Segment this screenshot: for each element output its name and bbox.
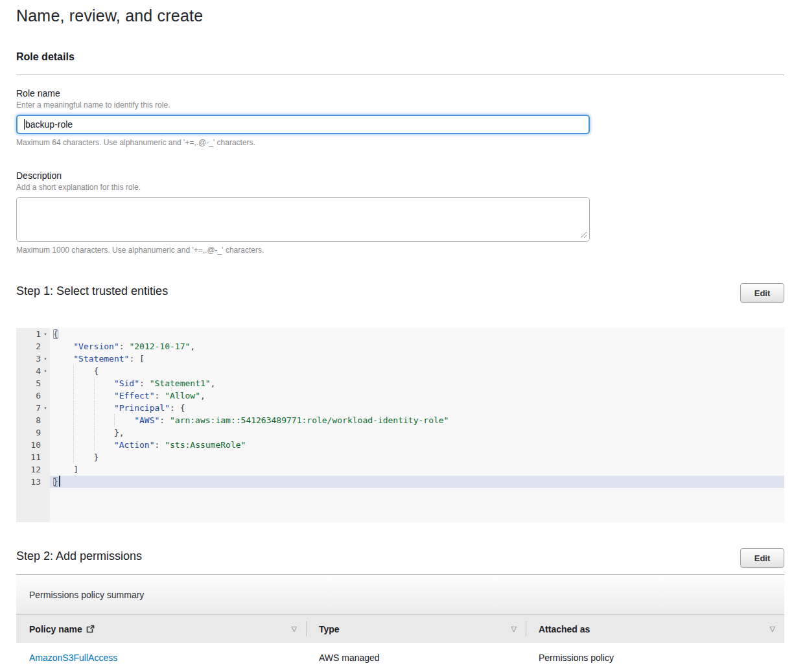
text-caret xyxy=(24,119,25,130)
fold-caret-placeholder xyxy=(41,476,50,488)
description-help: Add a short explanation for this role. xyxy=(16,183,784,192)
role-name-label: Role name xyxy=(16,88,784,98)
step1-heading: Step 1: Select trusted entities xyxy=(16,283,168,298)
step2-heading: Step 2: Add permissions xyxy=(16,548,142,563)
role-name-help: Enter a meaningful name to identify this… xyxy=(16,100,784,110)
fold-caret-placeholder xyxy=(41,377,50,389)
column-header-attached-as[interactable]: Attached as ▽ xyxy=(526,615,784,643)
code-line: 7▾"Principal": { xyxy=(16,402,784,414)
code-line: 11} xyxy=(16,451,784,463)
policy-link[interactable]: AmazonS3FullAccess xyxy=(29,653,117,663)
page-container: Name, review, and create Role details Ro… xyxy=(0,6,805,672)
policy-type-cell: AWS managed xyxy=(306,643,526,672)
code-line: 1▾{ xyxy=(16,328,784,340)
permissions-table-header-row: Policy name ▽ xyxy=(16,615,784,643)
fold-caret-icon[interactable]: ▾ xyxy=(41,353,50,365)
code-line: 3▾"Statement": [ xyxy=(16,353,784,365)
column-header-type[interactable]: Type ▽ xyxy=(306,615,526,643)
description-field-wrap xyxy=(16,197,590,242)
fold-caret-icon[interactable]: ▾ xyxy=(41,365,50,377)
role-name-value: backup-role xyxy=(25,119,73,130)
fold-caret-placeholder xyxy=(41,439,50,451)
description-hint: Maximum 1000 characters. Use alphanumeri… xyxy=(16,246,784,255)
code-line: 12] xyxy=(16,463,784,476)
step2-edit-button[interactable]: Edit xyxy=(740,548,784,568)
policy-name-header-label: Policy name xyxy=(29,624,82,634)
sort-icon: ▽ xyxy=(770,625,775,633)
code-line: 6"Effect": "Allow", xyxy=(16,389,784,402)
column-header-policy-name[interactable]: Policy name ▽ xyxy=(16,615,306,643)
fold-caret-icon[interactable]: ▾ xyxy=(41,328,50,340)
role-details-heading: Role details xyxy=(16,51,784,63)
fold-caret-placeholder xyxy=(41,463,50,476)
code-line: 2"Version": "2012-10-17", xyxy=(16,340,784,353)
fold-caret-placeholder xyxy=(41,426,50,439)
type-header-label: Type xyxy=(319,624,340,634)
description-label: Description xyxy=(16,170,784,181)
sort-icon: ▽ xyxy=(511,625,517,633)
code-line: 9}, xyxy=(16,426,784,439)
fold-caret-icon[interactable]: ▾ xyxy=(41,402,50,414)
role-name-input[interactable]: backup-role xyxy=(16,115,590,134)
policy-name-cell: AmazonS3FullAccess xyxy=(16,643,306,672)
fold-caret-placeholder xyxy=(41,340,50,353)
resize-handle-icon[interactable] xyxy=(580,231,587,238)
page-title: Name, review, and create xyxy=(16,6,784,25)
code-line: 13} xyxy=(16,476,784,488)
step1-edit-button[interactable]: Edit xyxy=(740,283,784,303)
code-line: 5"Sid": "Statement1", xyxy=(16,377,784,389)
code-editor-lines: 1▾{2"Version": "2012-10-17",3▾"Statement… xyxy=(16,328,784,488)
table-row: AmazonS3FullAccess AWS managed Permissio… xyxy=(16,643,784,672)
attached-as-cell: Permissions policy xyxy=(526,643,784,672)
step2-header: Step 2: Add permissions Edit xyxy=(16,548,784,568)
fold-caret-placeholder xyxy=(41,414,50,426)
external-link-icon xyxy=(86,625,95,633)
code-line: 4▾{ xyxy=(16,365,784,377)
role-name-hint: Maximum 64 characters. Use alphanumeric … xyxy=(16,138,784,147)
editor-caret xyxy=(59,476,60,487)
sort-icon: ▽ xyxy=(292,625,297,633)
code-line: 8"AWS": "arn:aws:iam::541263489771:role/… xyxy=(16,414,784,426)
trust-policy-code-editor[interactable]: 1▾{2"Version": "2012-10-17",3▾"Statement… xyxy=(16,328,784,522)
permissions-table: Policy name ▽ xyxy=(16,615,784,672)
attached-as-header-label: Attached as xyxy=(539,624,590,634)
description-field[interactable] xyxy=(16,197,590,242)
fold-caret-placeholder xyxy=(41,389,50,402)
permissions-summary-caption: Permissions policy summary xyxy=(16,575,784,615)
role-details-divider xyxy=(16,75,784,75)
code-line: 10"Action": "sts:AssumeRole" xyxy=(16,439,784,451)
step2-divider xyxy=(16,574,784,575)
fold-caret-placeholder xyxy=(41,451,50,463)
step1-header: Step 1: Select trusted entities Edit xyxy=(16,283,784,303)
